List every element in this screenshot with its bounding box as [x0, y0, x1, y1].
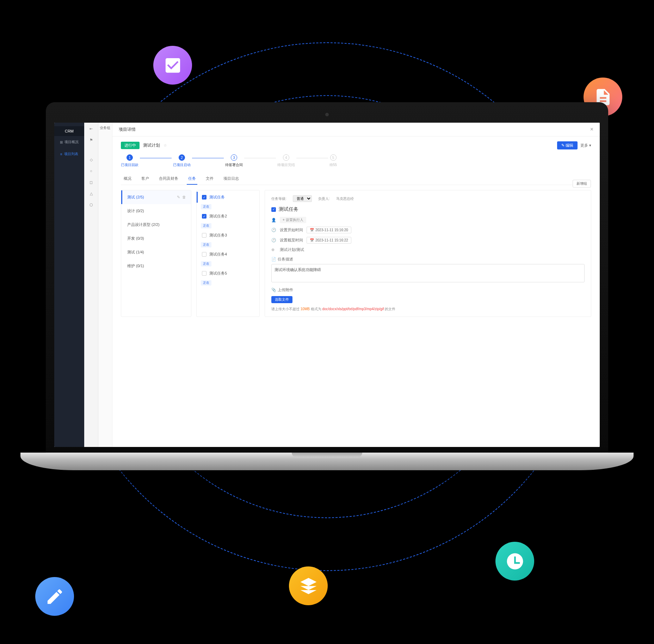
rail-icon[interactable]: ◇	[88, 157, 94, 163]
main-sidebar: CRM ⊞ 项目概况 ≡ 项目列表	[54, 123, 84, 447]
checkbox-icon[interactable]	[202, 271, 206, 276]
task-detail-panel: 新增组 任务等级: 普通 负责人: 马克思总经 ✓ 测试任务	[265, 190, 591, 317]
task-tag: 正在	[201, 223, 211, 228]
star-icon[interactable]: ☆	[164, 143, 167, 148]
task-item[interactable]: ✓测试任务2	[197, 211, 259, 222]
desc-label: 📄 任务描述	[271, 257, 585, 262]
checkbox-icon[interactable]: ✓	[202, 214, 206, 219]
task-list-column: ✓测试任务 正在 ✓测试任务2 正在 测试任务3 正在 测试任务4 正在 测试任…	[196, 190, 260, 317]
task-item[interactable]: 测试任务4	[197, 249, 259, 260]
tab-tasks[interactable]: 任务	[187, 173, 197, 185]
task-title: 测试任务	[279, 206, 298, 213]
task-tag: 正在	[201, 261, 211, 266]
laptop-base	[20, 453, 634, 470]
link-icon: ⊕	[271, 247, 276, 252]
group-item[interactable]: 开发 (0/3)	[121, 232, 191, 245]
clock-icon	[495, 542, 534, 581]
modal-header: 项目详情 ×	[112, 123, 600, 136]
rail-icon[interactable]: ○	[88, 168, 94, 174]
brand-label: CRM	[54, 126, 84, 136]
group-item[interactable]: 测试 (2/5) ✎🗑	[121, 190, 191, 204]
rail-icon[interactable]: ◻	[88, 179, 94, 185]
task-groups-column: 测试 (2/5) ✎🗑 设计 (0/2) 产品设计原型 (2/2) 开发 (0/…	[121, 190, 191, 317]
group-item[interactable]: 维护 (0/1)	[121, 259, 191, 273]
end-label: 设置截至时间	[280, 238, 303, 243]
task-item[interactable]: 测试任务3	[197, 230, 259, 241]
task-tag: 正在	[201, 204, 211, 209]
description-textarea[interactable]: 测试环境确认系统功能障碍	[271, 264, 585, 282]
camera-dot	[325, 113, 329, 116]
secondary-rail: 业务组	[98, 123, 112, 447]
clock-icon: 🕐	[271, 238, 276, 243]
status-badge: 进行中	[121, 142, 140, 149]
checklist-icon	[153, 46, 192, 85]
user-icon: 👤	[271, 218, 276, 222]
start-label: 设置开始时间	[280, 227, 303, 233]
list-icon: ≡	[60, 152, 62, 156]
secondary-header: 业务组	[98, 123, 112, 133]
add-collaborator-button[interactable]: + 设置执行人	[280, 217, 306, 223]
close-button[interactable]: ×	[590, 126, 593, 133]
priority-select[interactable]: 普通	[293, 195, 312, 202]
dashboard-icon: ⊞	[60, 140, 63, 144]
step-2[interactable]: 2已项目启动	[173, 154, 191, 167]
checkbox-icon[interactable]	[202, 252, 206, 257]
group-icon[interactable]: ⚑	[88, 137, 94, 143]
owner-label: 负责人:	[318, 196, 330, 201]
tab-contract[interactable]: 合同及财务	[158, 173, 180, 185]
owner-value: 马克思总经	[336, 196, 354, 201]
step-1[interactable]: 1已项目回款	[121, 154, 138, 167]
task-item[interactable]: 测试任务5	[197, 268, 259, 279]
edit-button[interactable]: ✎ 编辑	[557, 141, 578, 149]
tab-customer[interactable]: 客户	[140, 173, 150, 185]
start-date-input[interactable]: 📅 2023-11-11 15:16:20	[307, 227, 351, 233]
layers-icon	[289, 566, 328, 605]
upload-hint: 请上传大小不超过 10MB 格式为 doc/docx/xls/ppt/txt/p…	[271, 307, 585, 312]
plan-ref: 测试计划/测试	[280, 247, 304, 252]
tab-overview[interactable]: 概况	[122, 173, 133, 185]
tab-log[interactable]: 项目日志	[222, 173, 240, 185]
sidebar-item-overview[interactable]: ⊞ 项目概况	[54, 136, 84, 148]
main-panel: 项目详情 × 进行中 测试计划 ☆ ✎ 编辑 更多 ▾	[112, 123, 600, 447]
checkbox-icon[interactable]	[202, 233, 206, 238]
plan-name: 测试计划	[143, 142, 160, 148]
more-button[interactable]: 更多 ▾	[580, 143, 591, 148]
tab-files[interactable]: 文件	[204, 173, 215, 185]
edit-icon	[35, 577, 74, 616]
edit-icon[interactable]: ✎	[177, 195, 180, 200]
group-item[interactable]: 设计 (0/2)	[121, 204, 191, 218]
delete-icon[interactable]: 🗑	[182, 195, 186, 200]
priority-label: 任务等级:	[271, 196, 286, 201]
modal-title: 项目详情	[119, 127, 136, 133]
tab-bar: 概况 客户 合同及财务 任务 文件 项目日志	[121, 173, 591, 185]
task-tag: 正在	[201, 242, 211, 247]
task-tag: 正在	[201, 280, 211, 286]
icon-rail: ⇤ ⚑ ◇ ○ ◻ △ ⬡	[84, 123, 98, 447]
rail-icon[interactable]: ⬡	[88, 202, 94, 208]
select-file-button[interactable]: 选取文件	[271, 296, 292, 303]
laptop-frame: CRM ⊞ 项目概况 ≡ 项目列表 ⇤ ⚑ ◇ ○	[46, 102, 608, 498]
progress-steps: 1已项目回款 2已项目启动 3待签署合同 4待项目完结 5待55	[121, 154, 591, 167]
end-date-input[interactable]: 📅 2023-11-11 15:16:22	[307, 237, 351, 244]
clock-icon: 🕐	[271, 228, 276, 232]
collapse-icon[interactable]: ⇤	[88, 125, 94, 132]
step-5[interactable]: 5待55	[329, 154, 337, 167]
group-item[interactable]: 测试 (1/4)	[121, 245, 191, 259]
task-item[interactable]: ✓测试任务	[197, 192, 259, 203]
sidebar-item-label: 项目概况	[64, 140, 79, 145]
sidebar-item-label: 项目列表	[64, 152, 78, 157]
step-4[interactable]: 4待项目完结	[277, 154, 295, 167]
task-title-row: ✓ 测试任务	[271, 206, 585, 213]
rail-icon[interactable]: △	[88, 190, 94, 197]
checkbox-icon[interactable]: ✓	[202, 195, 206, 200]
step-3[interactable]: 3待签署合同	[225, 154, 243, 167]
group-item[interactable]: 产品设计原型 (2/2)	[121, 218, 191, 232]
checkbox-icon[interactable]: ✓	[271, 207, 276, 212]
sidebar-item-projects[interactable]: ≡ 项目列表	[54, 148, 84, 160]
attach-label: 📎 上传附件	[271, 287, 585, 293]
